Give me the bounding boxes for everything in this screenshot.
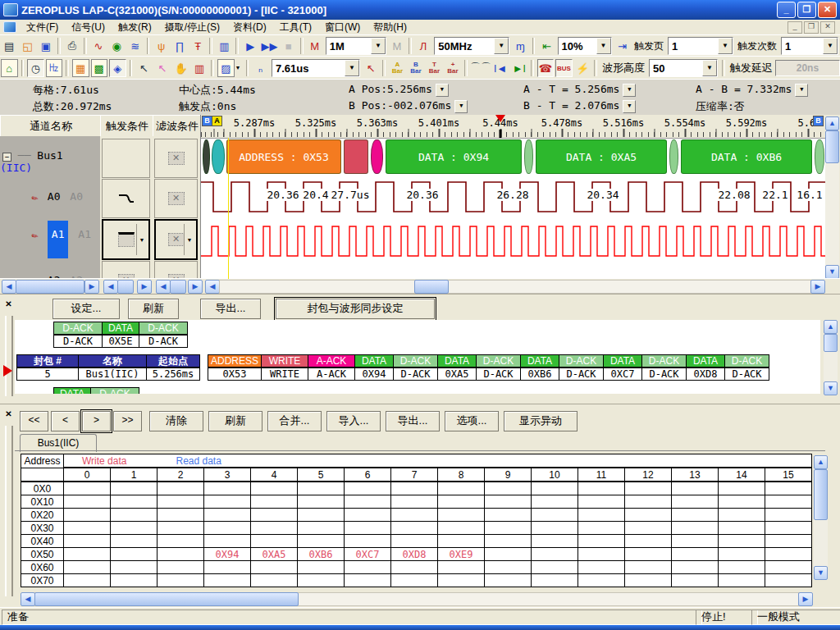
- memory-cell[interactable]: [719, 535, 765, 548]
- filter-cell-a0[interactable]: ✕: [154, 179, 198, 218]
- memory-cell[interactable]: [625, 482, 672, 495]
- b-t-drop-icon[interactable]: ▼: [623, 100, 636, 113]
- memory-cell[interactable]: [672, 561, 719, 574]
- memory-cell[interactable]: [532, 548, 578, 561]
- run-repeat-icon[interactable]: ▶▶: [260, 37, 278, 55]
- memory-cell[interactable]: [298, 495, 345, 509]
- vscroll-thumb[interactable]: [825, 130, 839, 163]
- zoom-drop-icon[interactable]: ▼: [596, 38, 611, 54]
- channel-row-a1[interactable]: ✎ A1 A1: [31, 228, 100, 258]
- memory-cell[interactable]: [251, 574, 298, 587]
- bus-segment-write[interactable]: [344, 139, 368, 174]
- packet-vscrollbar[interactable]: ▲ ▼: [824, 320, 838, 395]
- memory-cell[interactable]: [111, 509, 158, 522]
- memory-cell[interactable]: [672, 535, 719, 548]
- menu-item-5[interactable]: 工具(T): [273, 20, 318, 35]
- memory-cell[interactable]: [158, 522, 204, 535]
- memory-cell[interactable]: [204, 574, 251, 587]
- memory-scroll-left-icon[interactable]: ◀: [21, 592, 35, 606]
- cursor-add-icon[interactable]: ↖: [154, 59, 171, 77]
- bus-segment-d-ack[interactable]: [669, 139, 678, 174]
- memory-cell[interactable]: [719, 495, 765, 509]
- memory-cell[interactable]: [158, 535, 204, 548]
- b-marker-flag-right-icon[interactable]: B: [813, 116, 824, 126]
- pattern-icon[interactable]: ▨: [217, 59, 235, 77]
- scroll-up-icon[interactable]: ▲: [814, 455, 828, 469]
- channel-scroll-left-icon[interactable]: ◀: [2, 280, 16, 294]
- memory-cell[interactable]: [391, 509, 438, 522]
- memory-cell[interactable]: [251, 482, 298, 495]
- menu-item-1[interactable]: 信号(U): [65, 20, 112, 35]
- memory-cell[interactable]: [765, 495, 812, 509]
- memory-cell[interactable]: [204, 561, 251, 574]
- memory-cell[interactable]: [719, 548, 765, 561]
- nav-last-button[interactable]: >>: [113, 411, 142, 431]
- scroll-down-icon[interactable]: ▼: [824, 381, 838, 395]
- memory-cell[interactable]: [111, 535, 158, 548]
- memory-cell[interactable]: [438, 535, 485, 548]
- merge-button[interactable]: 合并...: [267, 411, 322, 431]
- memory-cell[interactable]: [625, 561, 672, 574]
- print-icon[interactable]: ⎙: [64, 37, 80, 55]
- memory-panel-close-icon[interactable]: ✕: [3, 409, 14, 420]
- wave-scroll-left-icon[interactable]: ◀: [205, 280, 220, 294]
- memory-cell[interactable]: [251, 561, 298, 574]
- trigger-cursor-icon[interactable]: ↖: [363, 59, 380, 77]
- trigger-scroll-thumb[interactable]: [117, 280, 134, 294]
- memory-cell[interactable]: [438, 522, 485, 535]
- memory-cell[interactable]: [204, 522, 251, 535]
- memory-cell[interactable]: [485, 522, 532, 535]
- memory-cell[interactable]: [64, 495, 111, 509]
- trigger-scroll-right-icon[interactable]: ▶: [137, 280, 152, 294]
- channel-scroll-thumb[interactable]: [16, 280, 84, 294]
- memory-cell[interactable]: 0XC7: [345, 548, 391, 561]
- scroll-down-icon[interactable]: ▼: [825, 265, 839, 279]
- memory-cell[interactable]: 0XD8: [391, 548, 438, 561]
- sample-rate-drop-icon[interactable]: ▼: [494, 38, 509, 54]
- zoom-combo[interactable]: 10% ▼: [558, 37, 612, 55]
- memory-cell[interactable]: [765, 535, 812, 548]
- nav-first-button[interactable]: <<: [20, 411, 48, 431]
- memory-cell[interactable]: 0X94: [204, 548, 251, 561]
- hand-icon[interactable]: ✋: [172, 59, 189, 77]
- memory-cell[interactable]: [298, 574, 345, 587]
- trigger-count-combo[interactable]: 1 ▼: [781, 37, 838, 55]
- memory-cell[interactable]: [485, 535, 532, 548]
- memory-cell[interactable]: 0XA5: [251, 548, 298, 561]
- filter-cell-bus1[interactable]: ✕: [154, 139, 198, 178]
- navigate-window-icon[interactable]: ◈: [109, 59, 126, 77]
- bus-segment-data[interactable]: DATA : 0XB6: [681, 139, 812, 174]
- memory-cell[interactable]: [111, 482, 158, 495]
- trigger-cell-a0[interactable]: [102, 179, 150, 218]
- memory-cell[interactable]: [532, 495, 578, 509]
- save-icon[interactable]: ▣: [38, 37, 54, 55]
- minimize-button[interactable]: _: [777, 2, 796, 18]
- a-bar-icon[interactable]: ABar: [389, 59, 406, 77]
- noise-filter-icon[interactable]: ɱ: [512, 37, 528, 55]
- memory-cell[interactable]: [298, 535, 345, 548]
- sample-clock-icon[interactable]: Л: [415, 37, 431, 55]
- bus-segment-a-ack[interactable]: [371, 139, 383, 174]
- memory-cell[interactable]: [438, 495, 485, 509]
- memory-cell[interactable]: [578, 548, 625, 561]
- close-button[interactable]: ✕: [818, 2, 837, 18]
- packet-panel-grip[interactable]: [5, 316, 13, 396]
- memory-cell[interactable]: [251, 495, 298, 509]
- bus-width-icon[interactable]: BUS: [555, 59, 573, 77]
- filter-cell-a1[interactable]: ✕ ▼: [154, 219, 198, 260]
- memory-cell[interactable]: [485, 509, 532, 522]
- wave-scroll-thumb[interactable]: [414, 280, 449, 294]
- goto-left-icon[interactable]: l◄: [492, 59, 509, 77]
- memory-depth-drop-icon[interactable]: ▼: [371, 38, 386, 54]
- memory-cell[interactable]: [578, 522, 625, 535]
- bus-decode-icon[interactable]: ▥: [216, 37, 232, 55]
- t-bar-icon[interactable]: TBar: [426, 59, 443, 77]
- trigger-cell-a2[interactable]: ✕: [102, 261, 150, 279]
- memory-cell[interactable]: [64, 482, 111, 495]
- bus-segment-data[interactable]: DATA : 0X94: [386, 139, 522, 174]
- bus-segment-start-ack[interactable]: [212, 139, 225, 174]
- tree-collapse-icon[interactable]: −: [2, 153, 11, 162]
- wave-height-combo[interactable]: 50 ▼: [649, 59, 718, 77]
- vscroll-thumb[interactable]: [824, 334, 838, 352]
- memory-cell[interactable]: [719, 522, 765, 535]
